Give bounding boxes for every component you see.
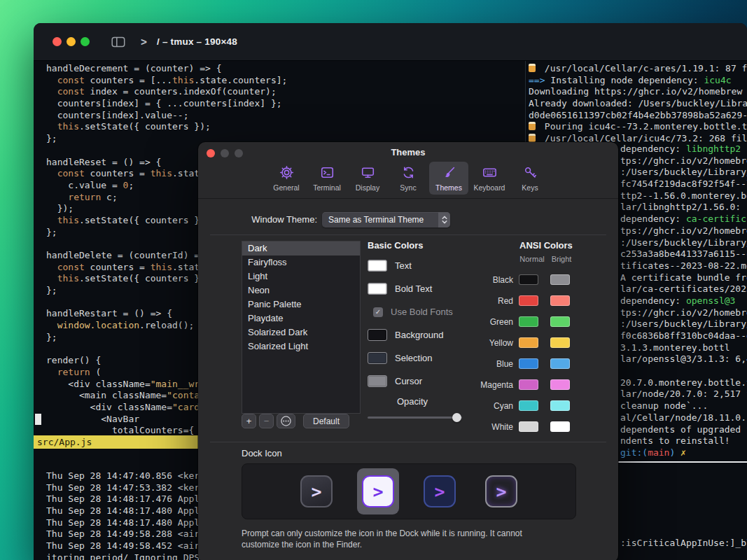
text-segment: counters = [... <box>85 75 172 85</box>
dialog-titlebar[interactable]: Themes <box>198 142 618 162</box>
ansi-color-label: Green <box>464 317 513 327</box>
dialog-zoom-button[interactable] <box>235 149 243 158</box>
ansi-bright-swatch[interactable] <box>550 379 570 390</box>
terminal-line: lar/openssl@3/3.1.3: 6,49 <box>620 354 747 365</box>
text-segment: Thu Sep 28 14:48:17.476 Apple80 <box>46 493 216 504</box>
color-swatch[interactable] <box>368 375 387 387</box>
terminal-line: lar/ca-certificates/2023- <box>620 284 747 295</box>
text-segment <box>46 273 57 284</box>
close-button[interactable] <box>53 37 62 46</box>
zoom-button[interactable] <box>81 37 90 46</box>
text-segment: counters[index].value--; <box>46 110 189 120</box>
ansi-bright-swatch[interactable] <box>550 316 570 327</box>
terminal-line: dependency: openssl@3 <box>620 295 747 307</box>
dock-icon-header: Dock Icon <box>242 448 282 458</box>
ansi-bright-swatch[interactable] <box>550 358 570 369</box>
opacity-slider[interactable] <box>368 413 462 423</box>
color-swatch[interactable] <box>368 283 387 295</box>
minimize-button[interactable] <box>67 37 76 46</box>
theme-item[interactable]: Light <box>242 270 360 284</box>
theme-item[interactable]: Solarized Light <box>242 340 360 354</box>
text-segment: ndents to reinstall! <box>620 435 730 446</box>
ansi-normal-swatch[interactable] <box>519 358 538 369</box>
remove-theme-button[interactable]: − <box>259 414 274 428</box>
ansi-bright-swatch[interactable] <box>550 337 570 348</box>
tab-keys[interactable]: Keys <box>510 162 550 195</box>
window-theme-label: Window Theme: <box>198 214 317 225</box>
tab-sync[interactable]: Sync <box>389 162 428 195</box>
dialog-close-button[interactable] <box>207 149 215 158</box>
terminal-line: d0de0651611397cb02f4b4e2bb37898ba52a629-… <box>529 110 747 122</box>
dialog-minimize-button[interactable] <box>221 149 229 158</box>
theme-item[interactable]: Dark <box>242 241 360 255</box>
key-icon <box>523 165 538 183</box>
beer-emoji <box>529 122 536 130</box>
ansi-bright-swatch[interactable] <box>550 274 570 285</box>
text-segment: "main__wra <box>151 379 205 389</box>
theme-item[interactable]: Playdate <box>242 312 360 326</box>
terminal-line: Thu Sep 28 14:47:53.382 <kernel <box>46 482 216 494</box>
checkbox-label: Use Bold Fonts <box>391 307 453 317</box>
ansi-bright-swatch[interactable] <box>550 295 570 306</box>
theme-item[interactable]: Panic Palette <box>242 298 360 312</box>
tab-label: Keys <box>522 183 538 192</box>
terminal-line: Thu Sep 28 14:47:40.856 <kernel <box>46 470 216 482</box>
slider-knob[interactable] <box>452 413 461 422</box>
ansi-normal-swatch[interactable] <box>519 421 538 432</box>
theme-item[interactable]: Neon <box>242 284 360 298</box>
log-text: :isCriticalAppInUse:]_blo <box>620 538 747 548</box>
theme-list-actions: + − Default <box>242 414 349 428</box>
tab-themes[interactable]: Themes <box>429 162 468 195</box>
terminal-line: dependency: libnghttp2 <box>620 144 747 155</box>
ansi-color-label: Magenta <box>464 380 513 390</box>
tab-display[interactable]: Display <box>348 162 387 195</box>
terminal-line: counters[index] = { ...counters[index] }… <box>46 98 287 110</box>
dock-icon-caption: Prompt can only customize the icon in th… <box>242 528 558 550</box>
terminal-titlebar[interactable]: > / – tmux – 190×48 <box>34 23 747 61</box>
dock-icon-option[interactable]: > <box>424 475 456 507</box>
terminal-line: handleDecrement = (counter) => { <box>46 63 287 75</box>
more-options-button[interactable] <box>277 414 295 428</box>
color-swatch[interactable] <box>368 329 387 341</box>
ansi-bright-swatch[interactable] <box>550 421 570 432</box>
text-segment: index = counters.indexOf(counter); <box>85 86 277 97</box>
text-segment: tificates--2023-08-22.mon <box>620 260 747 271</box>
terminal-line: Thu Sep 28 14:48:17.480 Apple80 <box>46 517 216 529</box>
text-segment: /usr/local/Cellar/c-ares/1.19.1: 87 fil <box>539 63 747 74</box>
tab-general[interactable]: General <box>267 162 306 195</box>
split-columns-icon[interactable] <box>111 36 125 48</box>
ansi-color-label: Cyan <box>464 401 513 411</box>
tab-terminal[interactable]: Terminal <box>307 162 347 195</box>
ansi-normal-swatch[interactable] <box>519 274 538 285</box>
terminal-line: A certificate bundle from <box>620 272 747 284</box>
ansi-normal-swatch[interactable] <box>519 295 538 306</box>
text-segment: lar/libnghttp2/1.56.0: 13 <box>620 202 747 212</box>
dock-icon-option[interactable]: > <box>362 475 394 507</box>
ansi-color-row: Magenta <box>464 375 587 396</box>
color-swatch[interactable] <box>368 352 387 364</box>
window-theme-popup[interactable]: Same as Terminal Theme <box>322 212 450 227</box>
terminal-line: Pouring icu4c--73.2.monterey.bottle.tar <box>529 121 747 133</box>
text-segment: ✗ <box>680 447 686 458</box>
add-theme-button[interactable]: + <box>242 414 256 428</box>
text-segment: c253a3a8be441337a6115--ca <box>620 248 747 259</box>
text-segment: .reload(); <box>139 320 194 330</box>
ansi-normal-swatch[interactable] <box>519 316 538 327</box>
text-segment: ==> <box>529 75 550 85</box>
dock-icon-option[interactable]: > <box>300 475 333 507</box>
ansi-normal-swatch[interactable] <box>519 337 538 348</box>
default-button[interactable]: Default <box>303 414 349 428</box>
use-bold-fonts-checkbox[interactable]: ✓ <box>373 307 383 317</box>
tab-keyboard[interactable]: Keyboard <box>470 162 509 195</box>
terminal-line: fc7454f219dac8f92f54f--li <box>620 178 747 190</box>
window-theme-row: Window Theme: Same as Terminal Theme <box>198 199 618 234</box>
tab-label: Themes <box>435 183 462 192</box>
dock-icon-option[interactable]: > <box>485 475 517 507</box>
ansi-bright-swatch[interactable] <box>550 400 570 411</box>
ansi-normal-swatch[interactable] <box>519 379 538 390</box>
ansi-normal-swatch[interactable] <box>519 400 538 411</box>
theme-item[interactable]: Solarized Dark <box>242 326 360 340</box>
prompt-settings-dialog: Themes GeneralTerminalDisplaySyncThemesK… <box>198 142 618 560</box>
terminal-line: itoring period/ Ignoring DPS ev <box>46 552 216 560</box>
terminal-line: const index = counters.indexOf(counter); <box>46 86 287 98</box>
